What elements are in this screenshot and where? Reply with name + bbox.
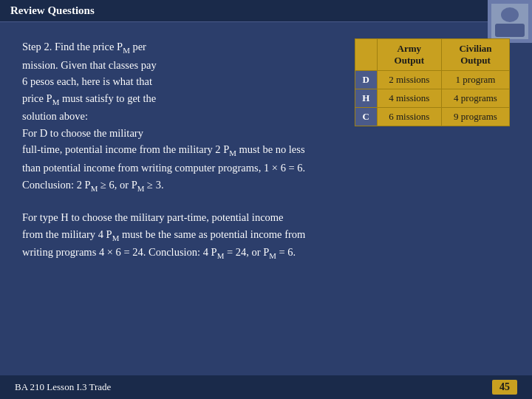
row-label: H	[355, 89, 378, 108]
footer-page: 45	[492, 380, 517, 395]
step2-paragraph: Step 2. Find the price PM per mission. G…	[22, 38, 340, 194]
main-content: Step 2. Find the price PM per mission. G…	[0, 22, 532, 270]
row-army: 4 missions	[377, 89, 441, 108]
lower-paragraph: For type H to choose the military part-t…	[22, 209, 510, 262]
row-civilian: 9 programs	[441, 108, 509, 126]
svg-point-2	[501, 7, 519, 22]
output-table: Army Output Civilian Output D2 missions1…	[355, 38, 510, 126]
col-header-empty	[355, 39, 378, 71]
table-row: C6 missions9 programs	[355, 108, 510, 126]
table-row: D2 missions1 program	[355, 71, 510, 89]
row-label: C	[355, 108, 378, 126]
lower-text-block: For type H to choose the military part-t…	[22, 209, 510, 262]
footer-bar: BA 210 Lesson I.3 Trade 45	[0, 375, 532, 399]
row-civilian: 1 program	[441, 71, 509, 89]
row-army: 2 missions	[377, 71, 441, 89]
col-header-civilian: Civilian Output	[441, 39, 509, 71]
step2-text-block: Step 2. Find the price PM per mission. G…	[22, 38, 340, 194]
header-title: Review Questions	[10, 4, 95, 16]
content-wrapper: Step 2. Find the price PM per mission. G…	[22, 38, 510, 194]
header-bar: Review Questions	[0, 0, 532, 22]
table-row: H4 missions4 programs	[355, 89, 510, 108]
row-civilian: 4 programs	[441, 89, 509, 108]
row-army: 6 missions	[377, 108, 441, 126]
col-header-army: Army Output	[377, 39, 441, 71]
footer-course: BA 210 Lesson I.3 Trade	[15, 381, 111, 393]
output-table-area: Army Output Civilian Output D2 missions1…	[355, 38, 510, 126]
row-label: D	[355, 71, 378, 89]
